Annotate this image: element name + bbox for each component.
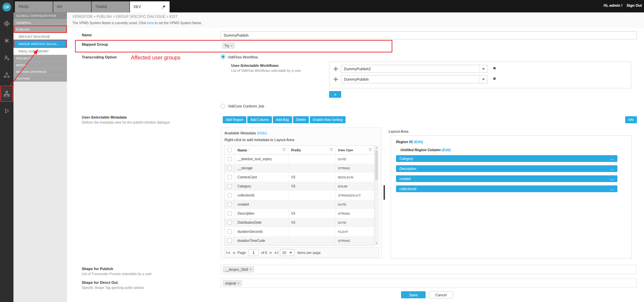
- vpms-here-link[interactable]: here: [147, 21, 154, 25]
- table-row[interactable]: CameraCardV3BOOLEAN: [225, 173, 374, 182]
- page-size-select[interactable]: 10: [280, 249, 295, 256]
- first-page-icon[interactable]: ◀: [227, 251, 230, 254]
- scroll-up-icon[interactable]: ▲: [374, 145, 379, 149]
- delete-button[interactable]: Delete: [293, 116, 309, 123]
- row-checkbox[interactable]: [227, 202, 232, 207]
- chevron-down-icon[interactable]: [479, 76, 487, 83]
- table-row[interactable]: CategoryV3ENUM: [225, 182, 374, 191]
- page-number-input[interactable]: [248, 249, 258, 256]
- workflow-dropdown[interactable]: DummyPublish2: [341, 65, 488, 73]
- select-all-checkbox[interactable]: [227, 148, 232, 152]
- sidebar-item-testing[interactable]: TESTING: [13, 75, 67, 82]
- row-checkbox[interactable]: [227, 229, 232, 234]
- filter-icon[interactable]: [368, 148, 372, 152]
- item-menu-icon[interactable]: ...: [610, 167, 614, 171]
- layout-item-created[interactable]: created...: [396, 175, 617, 182]
- vidicore-conform-radio[interactable]: [221, 104, 225, 109]
- item-menu-icon[interactable]: ...: [610, 157, 614, 161]
- table-scrollbar[interactable]: ▲ ▼: [374, 145, 379, 245]
- sidebar-item-publish[interactable]: PUBLISH: [13, 26, 67, 33]
- sidebar-item-motion-graphics[interactable]: MOTION GRAPHICS: [13, 68, 67, 75]
- add-bag-button[interactable]: Add Bag: [273, 116, 292, 123]
- sidebar-item-group-specific-dialogue[interactable]: GROUP SPECIFIC DIALO...: [13, 40, 67, 47]
- item-menu-icon[interactable]: ...: [610, 177, 614, 181]
- next-page-icon[interactable]: ▶: [270, 251, 272, 254]
- sidebar-item-default-dialogue[interactable]: DEFAULT DIALOGUE: [13, 33, 67, 40]
- add-region-button[interactable]: Add Region: [223, 116, 246, 123]
- last-page-icon[interactable]: ▶: [275, 251, 277, 254]
- name-input[interactable]: [221, 31, 637, 39]
- add-workflow-button[interactable]: +: [329, 91, 341, 98]
- chevron-down-icon[interactable]: [479, 65, 487, 73]
- row-checkbox[interactable]: [227, 184, 232, 188]
- cell-data-type: BOOLEAN: [335, 173, 374, 182]
- item-menu-icon[interactable]: ...: [610, 187, 614, 191]
- region-column-edit-link[interactable]: (Edit): [442, 148, 451, 152]
- column-header-name[interactable]: Name↑: [235, 146, 288, 154]
- vidiflow-workflow-radio[interactable]: [221, 54, 225, 59]
- row-checkbox[interactable]: [227, 193, 232, 198]
- shape-for-publish-field[interactable]: __dvcpro_16x9×: [221, 265, 637, 274]
- table-row[interactable]: DescriptionV3STRING: [225, 209, 374, 218]
- sidebar-item-general[interactable]: GENERAL: [13, 19, 67, 26]
- enable-row-sorting-button[interactable]: Enable Row Sorting: [310, 116, 346, 123]
- hide-link[interactable]: (Hide): [257, 131, 267, 135]
- shape-for-direct-out-field[interactable]: original×: [221, 278, 637, 288]
- row-checkbox[interactable]: [227, 239, 232, 243]
- sidebar-item-media[interactable]: MEDIA: [13, 61, 67, 68]
- panel-splitter-handle[interactable]: [384, 185, 385, 200]
- drag-handle-icon[interactable]: [333, 67, 338, 71]
- tab-int[interactable]: INT: [53, 1, 91, 12]
- remove-tag-icon[interactable]: ×: [231, 44, 232, 47]
- row-checkbox[interactable]: [227, 175, 232, 179]
- table-row[interactable]: durationTimeCodeSTRING: [225, 236, 374, 245]
- asterisk-icon[interactable]: [0, 34, 13, 47]
- add-column-button[interactable]: Add Column: [247, 116, 272, 123]
- filter-icon[interactable]: [282, 148, 286, 152]
- remove-workflow-icon[interactable]: ✖: [493, 66, 496, 71]
- tab-prod[interactable]: PROD: [15, 1, 53, 12]
- tab-trans[interactable]: TRANS: [92, 1, 130, 12]
- region-edit-link[interactable]: (Edit): [414, 140, 423, 144]
- player-icon[interactable]: [0, 104, 13, 118]
- table-row[interactable]: durationSecondsFLOAT: [225, 227, 374, 236]
- table-row[interactable]: collectionIdSTRINGEXACT: [225, 191, 374, 200]
- cancel-button[interactable]: Cancel: [429, 291, 453, 298]
- filter-icon[interactable]: [329, 148, 333, 152]
- drag-handle-icon[interactable]: [333, 77, 338, 82]
- table-row[interactable]: __storageSTRING: [225, 164, 374, 173]
- table-row[interactable]: DistributionDateV3DATE: [225, 218, 374, 227]
- scrollbar-thumb[interactable]: [375, 150, 378, 180]
- row-checkbox[interactable]: [227, 166, 232, 170]
- workflow-designer-icon[interactable]: [0, 87, 13, 100]
- pin-icon[interactable]: [162, 5, 166, 9]
- sidebar-item-project[interactable]: PROJECT: [13, 55, 67, 61]
- save-button[interactable]: Save: [401, 291, 426, 298]
- scroll-down-icon[interactable]: ▼: [374, 241, 379, 245]
- remove-tag-icon[interactable]: ×: [250, 268, 251, 271]
- column-header-prefix[interactable]: Prefix: [288, 146, 335, 154]
- layout-item-category[interactable]: Category...: [396, 155, 617, 162]
- row-checkbox[interactable]: [227, 211, 232, 216]
- row-checkbox[interactable]: [227, 220, 232, 225]
- workflow-dropdown[interactable]: DummyPublish: [341, 75, 488, 83]
- tab-dev[interactable]: DEV: [130, 1, 170, 12]
- user-settings-icon[interactable]: [0, 51, 13, 64]
- mapped-group-tag[interactable]: Try×: [222, 43, 235, 49]
- info-button[interactable]: Info: [625, 116, 637, 123]
- column-header-data-type[interactable]: Data Type: [335, 146, 374, 154]
- shape-publish-tag[interactable]: __dvcpro_16x9×: [223, 266, 254, 272]
- sidebar-item-final-cut-export[interactable]: FINAL CUT EXPORT: [13, 47, 67, 55]
- shape-direct-out-tag[interactable]: original×: [223, 280, 242, 286]
- layout-item-collectionid[interactable]: collectionId...: [396, 185, 617, 192]
- table-row[interactable]: createdDATE: [225, 200, 374, 209]
- layout-item-description[interactable]: Description...: [396, 165, 617, 172]
- hierarchy-icon[interactable]: [0, 69, 13, 82]
- table-row[interactable]: __deletion_lock_expiryDATE: [225, 155, 374, 164]
- media-services-icon[interactable]: [0, 17, 13, 30]
- sign-out-link[interactable]: Sign Out: [627, 3, 642, 7]
- prev-page-icon[interactable]: ◀: [232, 251, 235, 254]
- row-checkbox[interactable]: [227, 157, 232, 161]
- remove-tag-icon[interactable]: ×: [238, 282, 239, 285]
- remove-workflow-icon[interactable]: ✖: [493, 77, 496, 81]
